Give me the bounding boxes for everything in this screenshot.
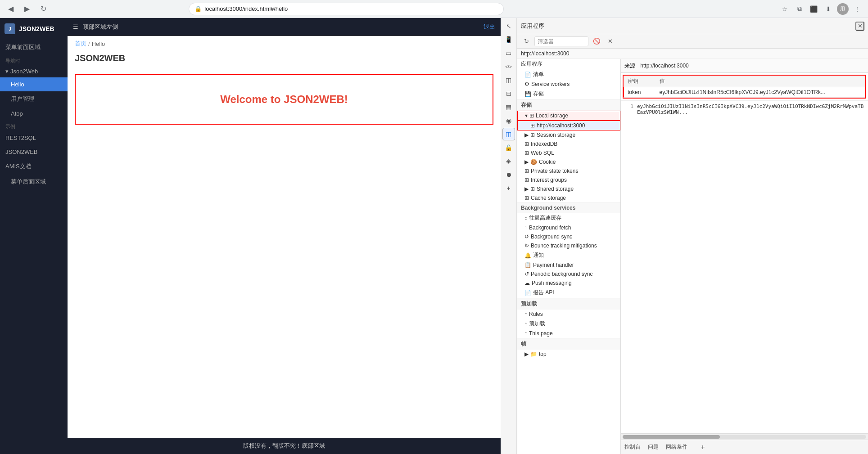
devtools-inspect-btn[interactable]: ▭ (502, 47, 515, 59)
tree-local-storage-url[interactable]: ⊞ http://localhost:3000 (517, 121, 620, 130)
value-header: 值 (656, 76, 865, 87)
tree-top-frame[interactable]: ▶ 📁 top (517, 350, 620, 359)
top-bar-title: 顶部区域左侧 (83, 23, 118, 31)
table-row-token[interactable]: token eyJhbGciOiJIUzI1NiIsInR5cCI6IkpXVC… (624, 87, 865, 98)
bookmark-star-button[interactable]: ☆ (779, 3, 791, 15)
sidebar-item-rest2sql[interactable]: REST2SQL (0, 131, 68, 145)
shared-storage-icon: ⊞ (530, 186, 535, 192)
tree-payment-handler[interactable]: 📋 Payment handler (517, 261, 620, 270)
sidebar-item-label-atop: Atop (11, 110, 23, 117)
tab-issues[interactable]: 问题 (648, 441, 659, 453)
forward-button[interactable]: ▶ (21, 3, 33, 15)
split-button[interactable]: ⧉ (793, 3, 806, 15)
tree-notifications[interactable]: 🔔 通知 (517, 250, 620, 261)
devtools-hscroll[interactable] (621, 433, 868, 440)
tree-session-storage[interactable]: ▶ ⊞ Session storage (517, 130, 620, 139)
devtools-device-btn[interactable]: 📱 (502, 33, 515, 46)
shared-storage-expand-icon: ▶ (524, 186, 529, 192)
sidebar-group-json2web[interactable]: ▾ Json2Web (0, 65, 68, 77)
devtools-elements-btn[interactable]: ↖ (502, 20, 515, 32)
tree-reporting-api[interactable]: 📄 报告 API (517, 288, 620, 298)
tree-service-workers[interactable]: ⚙ Service workers (517, 80, 620, 89)
breadcrumb: 首页 / Hello (68, 36, 501, 51)
tree-indexed-db[interactable]: ⊞ IndexedDB (517, 139, 620, 148)
devtools-lighthouse-btn[interactable]: ◈ (502, 155, 515, 167)
sidebar-item-user-management[interactable]: 用户管理 (0, 91, 68, 107)
tab-console[interactable]: 控制台 (624, 441, 641, 453)
preload-section-label: 预加载 (521, 301, 537, 307)
local-storage-url-icon: ⊞ (530, 122, 535, 129)
devtools-filter-input[interactable] (534, 36, 588, 46)
cache-storage-label: Cache storage (531, 195, 566, 201)
bg-sync-icon: ↺ (524, 234, 529, 240)
sidebar-item-menu-front[interactable]: 菜单前面区域 (0, 40, 68, 55)
tree-periodic-bg-sync[interactable]: ↺ Periodic background sync (517, 270, 620, 279)
devtools-add-btn[interactable]: + (502, 182, 515, 194)
session-storage-label: Session storage (537, 132, 575, 138)
tree-cookie[interactable]: ▶ 🍪 Cookie (517, 157, 620, 166)
devtools-main: 应用程序 📄 清单 ⚙ Service workers 💾 存储 存储 (517, 59, 868, 454)
devtools-origin-header: 来源 http://localhost:3000 (621, 59, 868, 73)
tree-bg-cache[interactable]: ↕ 往返高速缓存 (517, 213, 620, 223)
sidebar-item-menu-back[interactable]: 菜单后面区域 (0, 174, 68, 189)
extensions-button[interactable]: ⬛ (808, 3, 820, 15)
breadcrumb-separator: / (88, 40, 90, 47)
sidebar-item-atop[interactable]: Atop (0, 107, 68, 121)
tree-manifest[interactable]: 📄 清单 (517, 69, 620, 80)
local-storage-url-label: http://localhost:3000 (537, 122, 585, 129)
profile-avatar: 用 (837, 3, 849, 15)
tree-private-state[interactable]: ⊞ Private state tokens (517, 166, 620, 175)
app-label: 应用程序 (521, 60, 542, 68)
tree-shared-storage[interactable]: ▶ ⊞ Shared storage (517, 184, 620, 193)
devtools-toolbar-close-btn[interactable]: ✕ (605, 36, 615, 47)
devtools-close-button[interactable]: ✕ (855, 22, 864, 31)
devtools-refresh-btn[interactable]: ↻ (521, 36, 532, 47)
sidebar-item-label-rest2sql: REST2SQL (5, 135, 36, 141)
sidebar-item-label: 菜单前面区域 (5, 43, 41, 51)
settings-button[interactable]: ⋮ (851, 3, 863, 15)
download-button[interactable]: ⬇ (822, 3, 835, 15)
address-bar[interactable]: 🔒 localhost:3000/index.html#/hello (189, 3, 504, 15)
devtools-recorder-btn[interactable]: ⏺ (502, 168, 515, 181)
devtools-layers-btn[interactable]: ◫ (502, 74, 515, 86)
tree-interest-groups[interactable]: ⊞ Interest groups (517, 175, 620, 184)
push-label: Push messaging (532, 280, 572, 286)
tree-local-storage[interactable]: ▾ ⊞ Local storage (517, 111, 620, 121)
devtools-network-btn[interactable]: ⊟ (502, 87, 515, 100)
tree-storage[interactable]: 💾 存储 (517, 89, 620, 99)
sidebar-item-json2web[interactable]: JSON2WEB (0, 145, 68, 159)
devtools-app-btn[interactable]: ◫ (502, 128, 515, 140)
tab-add-btn[interactable]: + (696, 441, 709, 454)
refresh-button[interactable]: ↻ (37, 3, 50, 15)
devtools-security-btn[interactable]: 🔒 (502, 141, 515, 154)
devtools-sources-btn[interactable]: </> (502, 60, 515, 73)
hscroll-thumb[interactable] (623, 435, 720, 439)
tree-preload-load[interactable]: ↑ 预加载 (517, 319, 620, 329)
session-storage-icon2: ⊞ (530, 132, 535, 138)
devtools-performance-btn[interactable]: ▦ (502, 101, 515, 113)
tree-preload-rules[interactable]: ↑ Rules (517, 310, 620, 319)
tree-app-label[interactable]: 应用程序 (517, 59, 620, 69)
tree-bounce-tracking[interactable]: ↻ Bounce tracking mitigations (517, 241, 620, 250)
devtools-memory-btn[interactable]: ◉ (502, 114, 515, 127)
breadcrumb-home[interactable]: 首页 (75, 40, 86, 48)
private-state-label: Private state tokens (531, 168, 578, 174)
exit-button[interactable]: 退出 (484, 23, 495, 31)
sidebar-item-hello[interactable]: Hello (0, 77, 68, 91)
tree-bg-sync[interactable]: ↺ Background sync (517, 232, 620, 241)
tree-cache-storage[interactable]: ⊞ Cache storage (517, 193, 620, 202)
tree-preload-this-page[interactable]: ↑ This page (517, 329, 620, 338)
back-button[interactable]: ◀ (5, 3, 17, 15)
tree-push-messaging[interactable]: ☁ Push messaging (517, 279, 620, 288)
tree-bg-fetch[interactable]: ↑ Background fetch (517, 223, 620, 232)
tab-network-conditions[interactable]: 网络条件 (666, 441, 687, 453)
top-bar-icon: ☰ (73, 23, 78, 30)
account-button[interactable]: 用 (836, 3, 849, 15)
sidebar-logo[interactable]: J JSON2WEB (0, 18, 68, 40)
logo-text: JSON2WEB (19, 25, 54, 32)
main-layout: J JSON2WEB 菜单前面区域 导航时 ▾ Json2Web Hello 用… (0, 18, 868, 454)
devtools-clear-btn[interactable]: 🚫 (591, 36, 602, 47)
devtools-tree: 应用程序 📄 清单 ⚙ Service workers 💾 存储 存储 (517, 59, 621, 454)
sidebar-item-amis[interactable]: AMIS文档 (0, 159, 68, 174)
tree-web-sql[interactable]: ⊞ Web SQL (517, 148, 620, 157)
